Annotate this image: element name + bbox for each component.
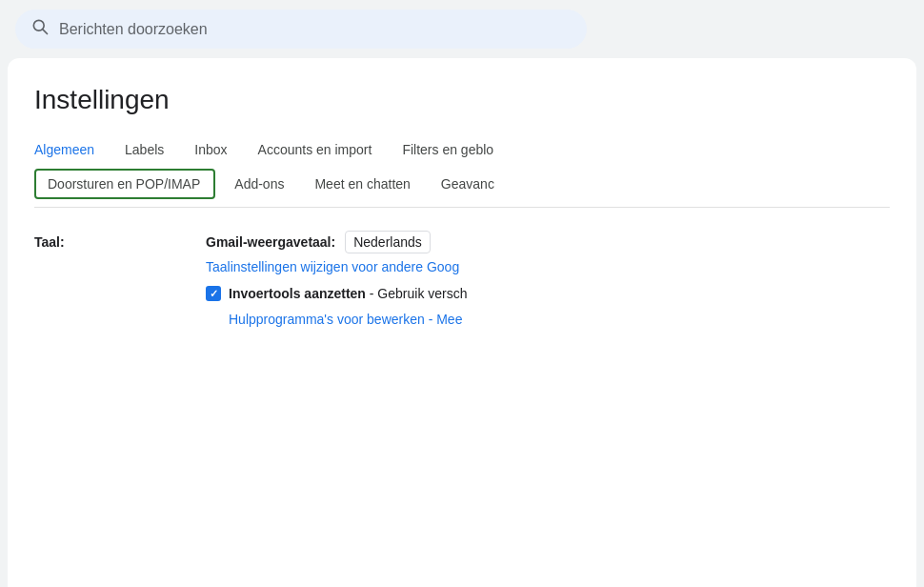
svg-line-1 <box>43 30 48 34</box>
search-input-placeholder: Berichten doorzoeken <box>59 21 208 38</box>
tab-labels[interactable]: Labels <box>110 134 179 165</box>
language-row: Gmail-weergavetaal: Nederlands <box>206 231 890 253</box>
search-icon <box>30 17 50 41</box>
hulp-row: Hulpprogramma's voor bewerken - Mee <box>229 311 890 328</box>
invoertools-row: Invoertools aanzetten - Gebruik versch <box>206 286 890 301</box>
tab-doorsturen[interactable]: Doorsturen en POP/IMAP <box>34 169 215 199</box>
tabs-row-2: Doorsturen en POP/IMAP Add-ons Meet en c… <box>34 169 890 199</box>
tab-divider <box>34 207 890 208</box>
invoertools-text: Invoertools aanzetten - Gebruik versch <box>229 286 468 301</box>
taalinstellingen-link[interactable]: Taalinstellingen wijzigen voor andere Go… <box>206 259 890 274</box>
settings-section: Taal: Gmail-weergavetaal: Nederlands Taa… <box>34 231 890 328</box>
hulp-link[interactable]: Hulpprogramma's voor bewerken - Mee <box>229 312 462 327</box>
language-select[interactable]: Nederlands <box>345 231 431 253</box>
page-title: Instellingen <box>34 85 890 115</box>
gmail-weergavetaal-label: Gmail-weergavetaal: <box>206 234 335 250</box>
main-content: Instellingen Algemeen Labels Inbox Accou… <box>8 58 916 587</box>
taal-label: Taal: <box>34 231 206 250</box>
tab-inbox[interactable]: Inbox <box>179 134 242 165</box>
tab-algemeen[interactable]: Algemeen <box>34 134 110 165</box>
tab-accounts-import[interactable]: Accounts en import <box>243 134 388 165</box>
tab-geavanc[interactable]: Geavanc <box>426 169 510 199</box>
invoertools-bold: Invoertools aanzetten <box>229 286 366 301</box>
search-bar[interactable]: Berichten doorzoeken <box>15 10 587 49</box>
invoertools-checkbox[interactable] <box>206 286 221 301</box>
invoertools-suffix: - Gebruik versch <box>366 286 468 301</box>
tab-addons[interactable]: Add-ons <box>219 169 299 199</box>
tab-meet[interactable]: Meet en chatten <box>299 169 425 199</box>
settings-value-column: Gmail-weergavetaal: Nederlands Taalinste… <box>206 231 890 328</box>
tab-filters[interactable]: Filters en geblo <box>387 134 509 165</box>
top-bar: Berichten doorzoeken <box>0 0 924 58</box>
tabs-row-1: Algemeen Labels Inbox Accounts en import… <box>34 134 890 165</box>
